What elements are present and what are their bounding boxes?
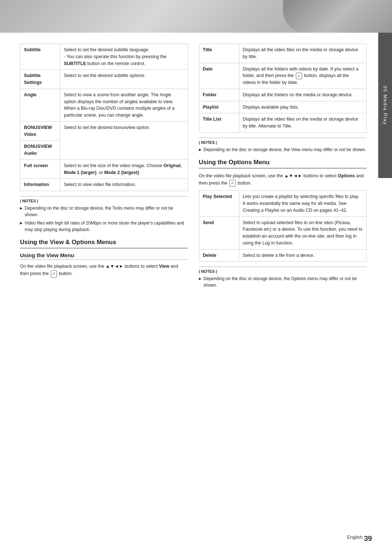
table-row: Delete Select to delete a file from a de…: [199, 249, 367, 262]
playlist-header: Playlist: [199, 101, 239, 113]
top-decorative-bar: [0, 0, 392, 33]
subtitle-content: Select to set the desired subtitle langu…: [60, 44, 188, 70]
table-row: Folder Displays all the folders on the m…: [199, 89, 367, 101]
left-notes-header: | NOTES |: [20, 199, 188, 203]
table-row: BONUSVIEWVideo Select to set the desired…: [20, 121, 188, 141]
view-options-heading: Using the View & Options Menus: [20, 239, 188, 248]
right-column: Title Displays all the video files on th…: [199, 44, 367, 294]
fullscreen-content: Select to set the size of the video imag…: [60, 159, 188, 179]
date-content: Displays all the folders with videos by …: [239, 63, 367, 89]
options-menu-heading: Using the Options Menu: [199, 159, 367, 169]
subtitle-settings-header: SubtitleSettings: [20, 70, 60, 89]
footer-language: English: [347, 534, 363, 543]
title-content: Displays all the video files on the medi…: [239, 44, 367, 63]
table-row: SubtitleSettings Select to set the desir…: [20, 70, 188, 89]
date-header: Date: [199, 63, 239, 89]
side-label: 05 Media Play: [378, 33, 392, 178]
angle-content: Select to view a scene from another angl…: [60, 89, 188, 121]
button-icon: ✓: [51, 270, 57, 278]
table-row: Title List Displays all the video files …: [199, 113, 367, 133]
title-header: Title: [199, 44, 239, 63]
left-main-table: Subtitle Select to set the desired subti…: [20, 44, 188, 191]
title-list-content: Displays all the video files on the medi…: [239, 113, 367, 133]
delete-content: Select to delete a file from a device.: [239, 249, 367, 262]
button-icon: ✓: [229, 180, 236, 187]
page-wrapper: 05 Media Play Subtitle Select to set the…: [0, 0, 392, 550]
two-column-layout: Subtitle Select to set the desired subti…: [20, 44, 367, 294]
delete-header: Delete: [199, 249, 239, 262]
table-row: Information Select to view video file in…: [20, 179, 188, 191]
right-notes-block: | NOTES | Depending on the disc or stora…: [199, 138, 367, 153]
content-area: Subtitle Select to set the desired subti…: [0, 33, 392, 312]
options-note-item-1: Depending on the disc or storage device,…: [199, 275, 367, 288]
bonusview-video-header: BONUSVIEWVideo: [20, 121, 60, 141]
table-row: Title Displays all the video files on th…: [199, 44, 367, 63]
button-icon: ✓: [296, 73, 302, 80]
left-note-item-2: Video files with high bit rates of 20Mbp…: [20, 220, 188, 233]
left-column: Subtitle Select to set the desired subti…: [20, 44, 188, 294]
view-menu-heading: Using the View Menu: [20, 252, 188, 260]
play-selected-header: Play Selected: [199, 191, 239, 217]
subtitle-header: Subtitle: [20, 44, 60, 70]
options-notes-block: | NOTES | Depending on the disc or stora…: [199, 267, 367, 288]
information-content: Select to view video file information.: [60, 179, 188, 191]
playlist-content: Displays available play lists.: [239, 101, 367, 113]
right-main-table: Title Displays all the video files on th…: [199, 44, 367, 133]
right-note-item-1: Depending on the disc or storage device,…: [199, 146, 367, 153]
send-content: Select to upload selected files to on-li…: [239, 217, 367, 249]
left-note-item-1: Depending on the disc or storage device,…: [20, 205, 188, 218]
table-row: Play Selected Lets you create a playlist…: [199, 191, 367, 217]
table-row: Full screen Select to set the size of th…: [20, 159, 188, 179]
footer-page-number: 39: [364, 534, 372, 543]
table-row: Angle Select to view a scene from anothe…: [20, 89, 188, 121]
information-header: Information: [20, 179, 60, 191]
fullscreen-header: Full screen: [20, 159, 60, 179]
view-menu-body: On the video file playback screen, use t…: [20, 263, 188, 278]
left-notes-block: | NOTES | Depending on the disc or stora…: [20, 196, 188, 233]
folder-header: Folder: [199, 89, 239, 101]
table-row: Date Displays all the folders with video…: [199, 63, 367, 89]
table-row: Playlist Displays available play lists.: [199, 101, 367, 113]
angle-header: Angle: [20, 89, 60, 121]
right-notes-header: | NOTES |: [199, 140, 367, 145]
options-table: Play Selected Lets you create a playlist…: [199, 190, 367, 262]
bonusview-audio-header: BONUSVIEWAudio: [20, 141, 60, 160]
subtitle-settings-content: Select to set the desired subtitle optio…: [60, 70, 188, 89]
options-notes-header: | NOTES |: [199, 269, 367, 274]
table-row: Subtitle Select to set the desired subti…: [20, 44, 188, 70]
play-selected-content: Lets you create a playlist by selecting …: [239, 191, 367, 217]
page-footer: English 39: [0, 534, 392, 543]
options-menu-body: On the video file playback screen, use t…: [199, 172, 367, 187]
table-row: Send Select to upload selected files to …: [199, 217, 367, 249]
send-header: Send: [199, 217, 239, 249]
bonusview-content: Select to set the desired bonusview opti…: [60, 121, 188, 159]
title-list-header: Title List: [199, 113, 239, 133]
folder-content: Displays all the folders on the media or…: [239, 89, 367, 101]
